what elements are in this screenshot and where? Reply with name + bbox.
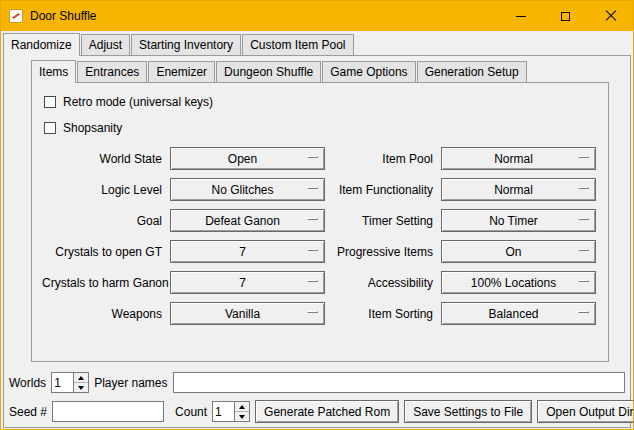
worlds-spin-arrows (73, 373, 88, 392)
crystals-open-gt-label: Crystals to open GT (42, 245, 164, 259)
progressive-items-value: On (442, 245, 595, 259)
crystals-open-gt-dropdown[interactable]: 7 (170, 240, 325, 263)
window-title: Door Shuffle (30, 9, 97, 23)
goal-dropdown[interactable]: Defeat Ganon (170, 209, 325, 232)
item-pool-dropdown[interactable]: Normal (441, 147, 596, 170)
spin-down-icon[interactable] (74, 383, 88, 392)
weapons-dropdown[interactable]: Vanilla (170, 302, 325, 325)
crystals-open-gt-value: 7 (171, 245, 324, 259)
seed-row: Seed # Count Generate Patched Rom Save S… (9, 400, 625, 423)
item-pool-label: Item Pool (331, 152, 435, 166)
options-grid: World State Open Item Pool Normal Logic … (42, 147, 596, 325)
generate-patched-rom-button[interactable]: Generate Patched Rom (255, 400, 399, 423)
crystals-harm-ganon-label: Crystals to harm Ganon (42, 276, 164, 290)
tab-generation-setup[interactable]: Generation Setup (417, 61, 527, 82)
timer-setting-value: No Timer (442, 214, 595, 228)
item-functionality-dropdown[interactable]: Normal (441, 178, 596, 201)
dropdown-indicator-icon (578, 311, 589, 313)
titlebar[interactable]: Door Shuffle (1, 1, 633, 31)
maximize-button[interactable] (543, 1, 588, 31)
retro-mode-label: Retro mode (universal keys) (63, 95, 213, 109)
count-spinner[interactable] (212, 401, 250, 422)
tab-game-options[interactable]: Game Options (322, 61, 415, 82)
logic-level-value: No Glitches (171, 183, 324, 197)
dropdown-indicator-icon (307, 311, 318, 313)
accessibility-value: 100% Locations (442, 276, 595, 290)
tab-entrances[interactable]: Entrances (77, 61, 147, 82)
minimize-icon (516, 16, 526, 17)
item-functionality-value: Normal (442, 183, 595, 197)
item-sorting-label: Item Sorting (331, 307, 435, 321)
world-state-dropdown[interactable]: Open (170, 147, 325, 170)
weapons-label: Weapons (42, 307, 164, 321)
timer-setting-dropdown[interactable]: No Timer (441, 209, 596, 232)
window-body: Randomize Adjust Starting Inventory Cust… (1, 31, 633, 430)
spin-up-icon[interactable] (235, 402, 249, 412)
save-settings-button[interactable]: Save Settings to File (404, 400, 532, 423)
tab-dungeon-shuffle[interactable]: Dungeon Shuffle (216, 61, 321, 82)
dropdown-indicator-icon (578, 187, 589, 189)
crystals-harm-ganon-dropdown[interactable]: 7 (170, 271, 325, 294)
logic-level-dropdown[interactable]: No Glitches (170, 178, 325, 201)
accessibility-label: Accessibility (331, 276, 435, 290)
logic-level-label: Logic Level (42, 183, 164, 197)
item-sorting-dropdown[interactable]: Balanced (441, 302, 596, 325)
tab-enemizer[interactable]: Enemizer (148, 61, 215, 82)
worlds-row: Worlds Player names (9, 372, 625, 393)
checkbox-box-icon (44, 122, 56, 134)
player-names-input[interactable] (173, 372, 626, 393)
items-tab-pane: Retro mode (universal keys) Shopsanity W… (31, 82, 609, 362)
randomize-tab-pane: Items Entrances Enemizer Dungeon Shuffle… (3, 55, 631, 428)
dropdown-indicator-icon (307, 249, 318, 251)
tab-items[interactable]: Items (31, 60, 76, 82)
outer-tab-bar: Randomize Adjust Starting Inventory Cust… (3, 33, 631, 55)
app-icon (9, 9, 23, 23)
bottom-controls: Worlds Player names Seed # Count (4, 372, 630, 427)
goal-value: Defeat Ganon (171, 214, 324, 228)
count-input[interactable] (213, 402, 234, 421)
world-state-value: Open (171, 152, 324, 166)
spin-up-icon[interactable] (74, 373, 88, 383)
dropdown-indicator-icon (307, 187, 318, 189)
tab-adjust[interactable]: Adjust (81, 34, 130, 55)
goal-label: Goal (42, 214, 164, 228)
tab-starting-inventory[interactable]: Starting Inventory (131, 34, 241, 55)
item-functionality-label: Item Functionality (331, 183, 435, 197)
checkbox-box-icon (44, 96, 56, 108)
inner-tab-bar: Items Entrances Enemizer Dungeon Shuffle… (31, 61, 609, 82)
maximize-icon (561, 12, 570, 21)
world-state-label: World State (42, 152, 164, 166)
dropdown-indicator-icon (307, 280, 318, 282)
tab-custom-item-pool[interactable]: Custom Item Pool (242, 34, 353, 55)
worlds-input[interactable] (52, 373, 73, 392)
spin-down-icon[interactable] (235, 412, 249, 421)
tab-randomize[interactable]: Randomize (3, 33, 80, 55)
seed-label: Seed # (9, 405, 47, 419)
close-icon (605, 10, 617, 22)
inner-notebook: Items Entrances Enemizer Dungeon Shuffle… (31, 61, 609, 362)
app-window: Door Shuffle Randomize Adjust Starting I… (0, 0, 634, 430)
progressive-items-label: Progressive Items (331, 245, 435, 259)
dropdown-indicator-icon (307, 218, 318, 220)
close-button[interactable] (588, 1, 633, 31)
count-spin-arrows (234, 402, 249, 421)
dropdown-indicator-icon (578, 280, 589, 282)
dropdown-indicator-icon (578, 249, 589, 251)
timer-setting-label: Timer Setting (331, 214, 435, 228)
retro-mode-checkbox[interactable]: Retro mode (universal keys) (44, 95, 598, 109)
worlds-spinner[interactable] (51, 372, 89, 393)
seed-input[interactable] (52, 401, 164, 422)
open-output-directory-button[interactable]: Open Output Directory (537, 400, 634, 423)
dropdown-indicator-icon (578, 218, 589, 220)
shopsanity-label: Shopsanity (63, 121, 122, 135)
dropdown-indicator-icon (307, 156, 318, 158)
progressive-items-dropdown[interactable]: On (441, 240, 596, 263)
minimize-button[interactable] (498, 1, 543, 31)
item-sorting-value: Balanced (442, 307, 595, 321)
weapons-value: Vanilla (171, 307, 324, 321)
accessibility-dropdown[interactable]: 100% Locations (441, 271, 596, 294)
crystals-harm-ganon-value: 7 (171, 276, 324, 290)
dropdown-indicator-icon (578, 156, 589, 158)
shopsanity-checkbox[interactable]: Shopsanity (44, 121, 598, 135)
player-names-label: Player names (94, 376, 167, 390)
